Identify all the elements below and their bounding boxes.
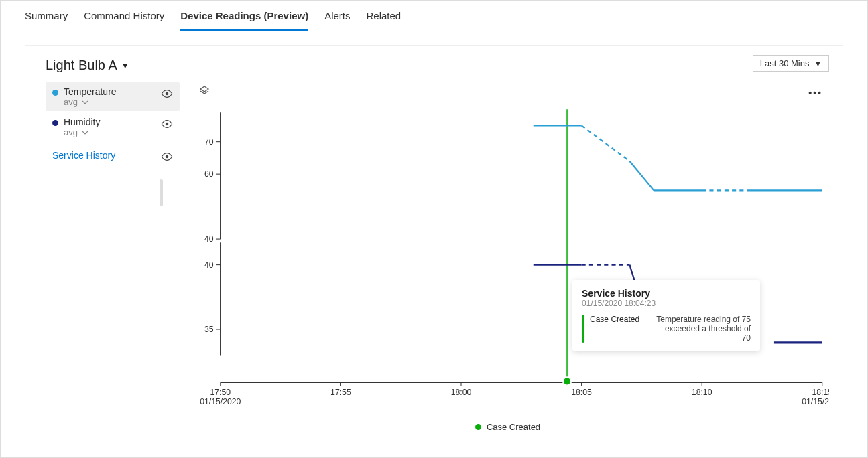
legend-service-history[interactable]: Service History [46,143,180,168]
tooltip-color-bar [582,315,584,343]
bottom-legend-label: Case Created [487,422,540,432]
svg-text:70: 70 [204,137,214,147]
svg-text:40: 40 [204,260,214,270]
device-name: Light Bulb A [46,58,117,73]
svg-point-1 [166,123,169,126]
tab-related[interactable]: Related [366,10,401,31]
time-range-selector[interactable]: Last 30 Mins ▼ [753,55,829,72]
more-icon[interactable]: ••• [808,88,822,98]
chart-svg[interactable]: 406070354017:5017:5518:0018:0518:1018:15… [193,102,829,431]
svg-text:18:10: 18:10 [692,388,712,397]
caret-down-icon: ▼ [814,60,822,68]
color-dot [52,90,58,96]
tooltip-event: Case Created [590,315,650,324]
svg-text:18:15: 18:15 [812,388,829,397]
chart-area: ••• 406070354017:5017:5518:0018:0518:101… [180,82,836,432]
device-selector[interactable]: Light Bulb A ▼ [46,58,836,73]
legend-item-humidity[interactable]: Humidity avg [46,112,180,141]
layers-icon[interactable] [198,85,210,97]
chevron-down-icon [82,129,88,136]
chart-card: Light Bulb A ▼ Last 30 Mins ▼ Temperatur… [25,45,843,441]
tooltip-message: Temperature reading of 75 exceeded a thr… [656,315,751,343]
eye-icon[interactable] [161,89,173,98]
chevron-down-icon [82,99,88,106]
svg-text:60: 60 [204,169,214,179]
svg-text:01/15/2020: 01/15/2020 [200,397,241,406]
sidebar-scrollbar[interactable] [160,179,163,206]
legend-name: Humidity [64,117,100,127]
eye-icon[interactable] [161,152,173,161]
svg-text:40: 40 [204,234,214,244]
tab-summary[interactable]: Summary [25,10,68,31]
svg-text:35: 35 [204,325,214,334]
service-history-label: Service History [52,150,115,161]
legend-sidebar: Temperature avg Humidity [46,82,180,432]
color-dot [475,424,481,430]
svg-text:18:00: 18:00 [451,388,472,397]
tab-command-history[interactable]: Command History [84,10,164,31]
svg-line-33 [582,125,630,161]
svg-point-0 [166,92,169,96]
svg-line-34 [629,161,654,191]
svg-text:18:05: 18:05 [571,388,592,397]
card-body: Temperature avg Humidity [46,82,836,432]
tab-bar: Summary Command History Device Readings … [1,1,867,31]
legend-name: Temperature [64,86,117,97]
svg-text:17:50: 17:50 [210,388,231,397]
tab-alerts[interactable]: Alerts [324,10,350,31]
legend-agg[interactable]: avg [64,97,117,107]
tooltip: Service History 01/15/2020 18:04:23 Case… [572,280,760,351]
bottom-legend: Case Created [180,422,836,432]
tooltip-title: Service History [582,288,751,299]
svg-point-31 [563,377,571,385]
color-dot [52,120,58,126]
tooltip-timestamp: 01/15/2020 18:04:23 [582,299,751,308]
content: Light Bulb A ▼ Last 30 Mins ▼ Temperatur… [1,31,867,455]
svg-point-2 [166,155,169,159]
legend-item-temperature[interactable]: Temperature avg [46,82,180,111]
svg-text:17:55: 17:55 [330,388,351,397]
caret-down-icon: ▼ [121,61,129,70]
legend-agg[interactable]: avg [64,127,100,137]
time-range-label: Last 30 Mins [760,58,810,68]
svg-text:01/15/2020: 01/15/2020 [802,397,829,406]
tab-device-readings[interactable]: Device Readings (Preview) [180,10,308,31]
eye-icon[interactable] [161,119,173,129]
